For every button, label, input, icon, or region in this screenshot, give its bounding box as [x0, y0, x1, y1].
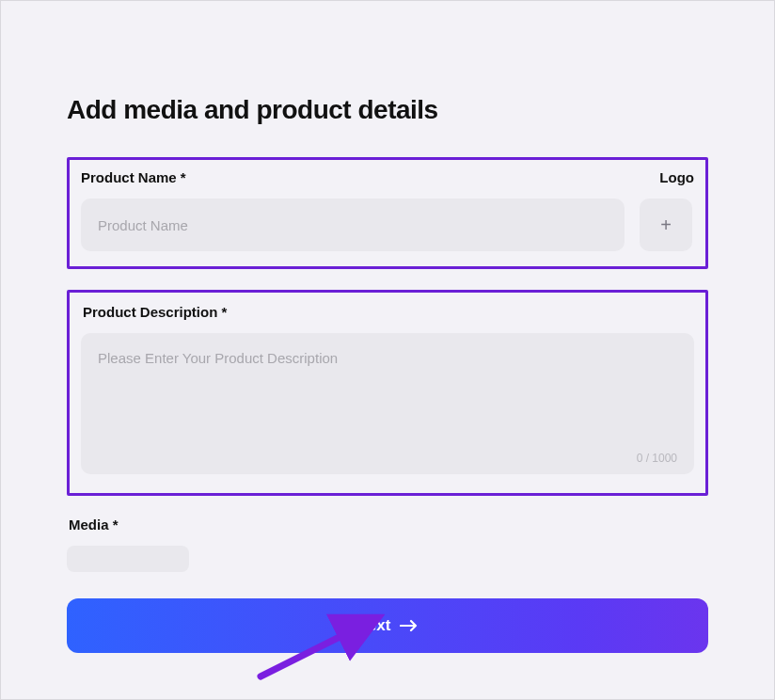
logo-upload-button[interactable]: + — [640, 199, 692, 251]
row-name-logo: Product Name * Logo + — [81, 169, 694, 251]
product-description-textarea[interactable] — [81, 333, 694, 474]
product-name-label: Product Name * — [81, 169, 625, 185]
plus-icon: + — [660, 215, 672, 236]
highlight-box-description: Product Description * 0 / 1000 — [67, 290, 708, 496]
next-button[interactable]: Next — [67, 598, 708, 653]
product-name-input[interactable] — [81, 199, 625, 251]
product-description-label: Product Description * — [83, 304, 694, 320]
logo-field-group: Logo + — [640, 169, 694, 251]
form-container: Add media and product details Product Na… — [1, 1, 774, 653]
page-title: Add media and product details — [67, 95, 708, 125]
product-description-wrap: 0 / 1000 — [81, 333, 694, 478]
media-label: Media * — [69, 517, 708, 533]
logo-label: Logo — [640, 169, 694, 185]
product-name-field-group: Product Name * — [81, 169, 625, 251]
arrow-right-icon — [400, 619, 419, 632]
media-upload-placeholder[interactable] — [67, 546, 189, 572]
highlight-box-name-logo: Product Name * Logo + — [67, 157, 708, 269]
char-counter: 0 / 1000 — [637, 452, 677, 465]
next-button-label: Next — [356, 616, 391, 635]
